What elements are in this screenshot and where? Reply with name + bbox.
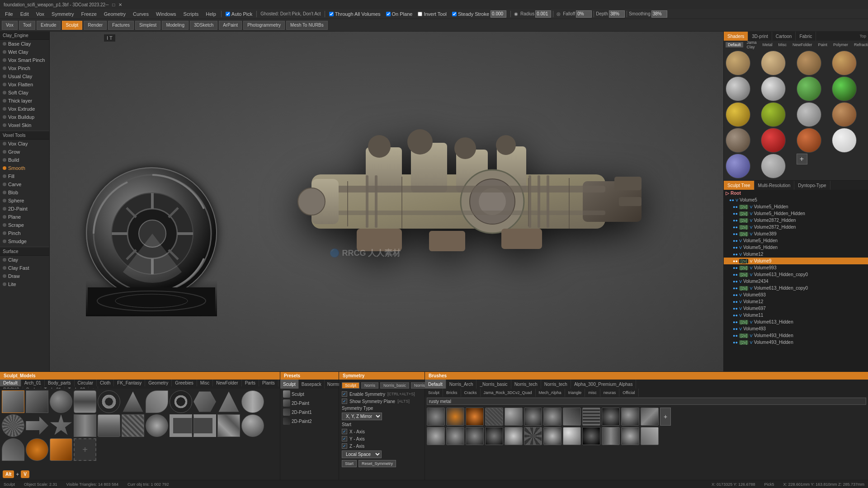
- sculpt-tree-tab-main[interactable]: Sculpt Tree: [724, 181, 755, 190]
- tool-lite[interactable]: Lite: [0, 280, 49, 288]
- brush-thumb-18[interactable]: [524, 427, 542, 445]
- tree-item-vol389[interactable]: ●● [2x] V Volume389: [724, 230, 868, 237]
- tool-clay[interactable]: Clay: [0, 256, 49, 264]
- brush-thumb-3[interactable]: [466, 408, 484, 426]
- brush-thumb-13[interactable]: [427, 427, 445, 445]
- tree-item-vol2434[interactable]: ●● V Volume2434: [724, 278, 868, 285]
- y-axis-checkbox[interactable]: [342, 436, 347, 441]
- tab-tool[interactable]: Tool: [19, 21, 35, 30]
- brush-tab-norris-basic[interactable]: _Norris_basic: [476, 380, 511, 389]
- brush-subtab-bricks[interactable]: Bricks: [443, 389, 461, 397]
- tree-item-vol493[interactable]: ●● V Volume493: [724, 325, 868, 332]
- sm-tab-fkfantasy[interactable]: FK_Fantasy: [114, 380, 145, 386]
- 3d-model[interactable]: [275, 111, 646, 292]
- brush-thumb-14[interactable]: [446, 427, 464, 445]
- model-thumb-ring[interactable]: [170, 390, 192, 413]
- sm-tab-geometry[interactable]: Geometry: [145, 380, 172, 386]
- menu-freeze[interactable]: Freeze: [78, 10, 100, 18]
- tool-fill[interactable]: Fill: [0, 172, 49, 180]
- menu-vox[interactable]: Vox: [33, 10, 47, 18]
- brush-thumb-23[interactable]: [621, 427, 639, 445]
- tool-usual-clay[interactable]: Usual Clay: [0, 72, 49, 80]
- menu-geometry[interactable]: Geometry: [101, 10, 129, 18]
- sm-tab-greebies[interactable]: Greebies: [172, 380, 197, 386]
- shader-tab-3dprint[interactable]: 3D-print: [748, 32, 772, 41]
- brush-thumb-6[interactable]: [524, 408, 542, 426]
- symmetry-type-select[interactable]: X, Y, Z Mirror X Mirror Y Mirror Z Mirro…: [342, 413, 382, 420]
- model-thumb-torus[interactable]: [98, 390, 120, 413]
- brush-thumb-2-selected[interactable]: [446, 408, 464, 426]
- shader-tab-shaders[interactable]: Shaders: [724, 32, 748, 41]
- tree-item-vol12b[interactable]: ●● V Volume12: [724, 298, 868, 305]
- tree-item-vol613-copy[interactable]: ●● [2x] V Volume613_Hidden_copy0: [724, 271, 868, 278]
- tab-vox[interactable]: Vox: [2, 21, 18, 30]
- model-thumb-twist[interactable]: [217, 414, 240, 437]
- tree-item-volume5[interactable]: ●● V Volume5: [724, 197, 868, 203]
- shader-ball-green-bright[interactable]: [797, 76, 821, 101]
- shader-tab-fabric[interactable]: Fabric: [796, 32, 816, 41]
- tool-grow[interactable]: Grow: [0, 148, 49, 156]
- tree-item-vol613-hid[interactable]: ●● [2x] V Volume613_Hidden: [724, 319, 868, 325]
- shader-subtab-polymer[interactable]: Polymer: [831, 42, 850, 47]
- sm-tab-misc[interactable]: Misc: [197, 380, 213, 386]
- tree-item-vol993[interactable]: ●● [2x] V Volume993: [724, 264, 868, 271]
- menu-help[interactable]: Help: [203, 10, 219, 18]
- brush-thumb-5[interactable]: [505, 408, 523, 426]
- shader-ball-copper[interactable]: [797, 128, 821, 153]
- brush-thumb-8[interactable]: [563, 408, 581, 426]
- show-planes-checkbox[interactable]: [342, 399, 347, 404]
- model-thumb-cube[interactable]: [26, 390, 48, 413]
- shader-subtab-default[interactable]: Default: [726, 42, 743, 47]
- sm-tab-bodyparts[interactable]: Body_parts: [45, 380, 75, 386]
- shader-ball-clay-tan[interactable]: [726, 51, 750, 75]
- add-model-button[interactable]: +: [74, 438, 96, 461]
- shader-subtab-paint[interactable]: Paint: [816, 42, 830, 47]
- brush-thumb-19[interactable]: [543, 427, 561, 445]
- falloff-input[interactable]: [576, 10, 592, 18]
- brush-tab-default[interactable]: Default: [425, 380, 446, 389]
- tool-vox-pinch[interactable]: Vox Pinch: [0, 64, 49, 72]
- tab-render[interactable]: Render: [84, 21, 107, 30]
- brush-thumb-12[interactable]: [641, 408, 659, 426]
- menu-windows[interactable]: Windows: [153, 10, 179, 18]
- tree-item-vol697[interactable]: ●● V Volume697: [724, 305, 868, 312]
- brush-thumb-22[interactable]: [602, 427, 620, 445]
- tool-build[interactable]: Build: [0, 156, 49, 164]
- brush-subtab-sculpt[interactable]: Sculpt: [425, 389, 443, 397]
- radius-input[interactable]: [535, 10, 551, 18]
- tool-voxel-skin[interactable]: Voxel Skin: [0, 121, 49, 129]
- brush-thumb-16[interactable]: [485, 427, 503, 445]
- brush-subtab-official[interactable]: Official: [619, 389, 638, 397]
- tool-pinch[interactable]: Pinch: [0, 229, 49, 237]
- model-thumb-capsule[interactable]: [241, 390, 264, 413]
- shader-ball-gray[interactable]: [761, 154, 786, 178]
- brush-thumb-11[interactable]: [621, 408, 639, 426]
- preset-tab-sculpt[interactable]: Sculpt: [280, 380, 299, 389]
- tab-3dsketch[interactable]: 3DSketch: [190, 21, 217, 30]
- shader-ball-blue[interactable]: [726, 154, 750, 178]
- shader-subtab-misc[interactable]: Misc: [776, 42, 789, 47]
- tool-vox-flatten[interactable]: Vox Flatten: [0, 80, 49, 89]
- sm-tab-newfolder[interactable]: NewFolder: [213, 380, 241, 386]
- tool-vox-buildup[interactable]: Vox Buildup: [0, 113, 49, 121]
- brush-tab-norris-tech1[interactable]: Norris_tech: [511, 380, 541, 389]
- tree-item-vol2872-1[interactable]: ●● [2x] V Volume2872_Hidden: [724, 217, 868, 224]
- brush-thumb-10[interactable]: [602, 408, 620, 426]
- tree-item-vol9-selected[interactable]: ●● [2x] V Volume9: [724, 258, 868, 264]
- tool-vox-smart-pinch[interactable]: Vox Smart Pinch: [0, 56, 49, 64]
- shader-ball-red[interactable]: [761, 128, 786, 153]
- sym-tab-norris-basic[interactable]: Norris_basic: [380, 382, 409, 389]
- brush-subtab-triangle[interactable]: triangle: [565, 389, 585, 397]
- space-select[interactable]: Local Space World Space: [342, 450, 382, 458]
- brush-tab-norris-tech2[interactable]: Norris_tech: [541, 380, 571, 389]
- preset-sculpt[interactable]: Sculpt: [281, 389, 338, 399]
- tree-item-vol5-hidden1[interactable]: ●● [2x] V Volume5_Hidden: [724, 203, 868, 210]
- model-thumb-sphere2[interactable]: [241, 414, 264, 437]
- brush-thumb-21[interactable]: [582, 427, 600, 445]
- tab-factures[interactable]: Factures: [108, 21, 134, 30]
- tool-sphere[interactable]: Sphere: [0, 197, 49, 205]
- brush-subtab-misc[interactable]: misc: [585, 389, 600, 397]
- model-thumb-flat[interactable]: [98, 414, 120, 437]
- model-thumb-star[interactable]: [50, 414, 72, 437]
- on-plane-checkbox[interactable]: On Plane: [384, 10, 415, 18]
